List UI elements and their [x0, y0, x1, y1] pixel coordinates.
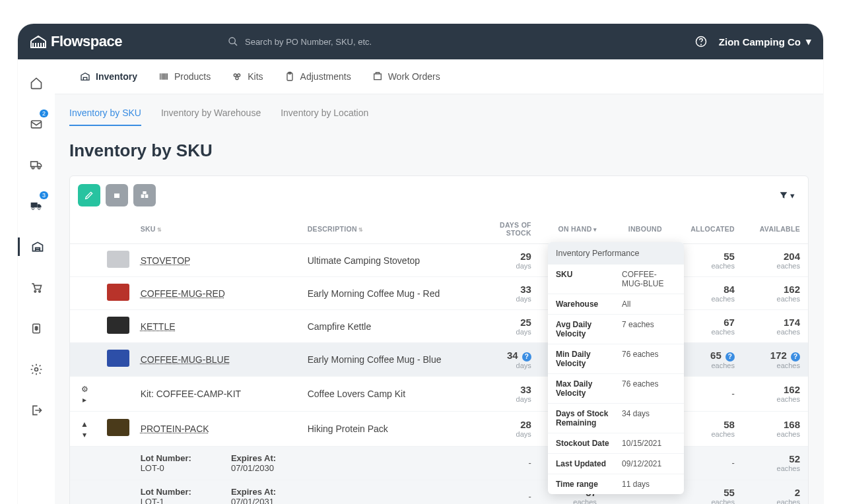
svg-point-9 — [32, 208, 34, 210]
description-cell: Coffee Lovers Camp Kit — [300, 376, 467, 411]
svg-point-3 — [700, 44, 701, 45]
popover-row: Days of Stock Remaining34 days — [548, 404, 684, 433]
logout-icon — [30, 404, 43, 417]
logo-icon — [30, 34, 47, 49]
nav-home[interactable] — [18, 74, 55, 92]
nav-cart[interactable] — [18, 278, 55, 297]
tab-inventory[interactable]: Inventory — [69, 59, 148, 94]
product-thumb — [107, 284, 129, 301]
warehouse-icon — [31, 240, 44, 253]
tab-by-warehouse[interactable]: Inventory by Warehouse — [161, 104, 261, 126]
svg-rect-22 — [114, 193, 119, 198]
svg-point-12 — [39, 291, 41, 293]
col-description[interactable]: DESCRIPTION⇅ — [300, 214, 467, 244]
svg-rect-5 — [31, 162, 38, 167]
sku-link[interactable]: STOVETOP — [141, 255, 191, 266]
tab-products[interactable]: Products — [148, 59, 221, 94]
col-inbound[interactable]: INBOUND — [605, 214, 670, 244]
col-allocated[interactable]: ALLOCATED — [670, 214, 743, 244]
view-compact-button[interactable] — [106, 184, 128, 206]
table-toolbar: ▾ — [70, 176, 808, 214]
nav-inventory[interactable] — [18, 237, 55, 256]
tab-by-sku[interactable]: Inventory by SKU — [69, 104, 141, 126]
sku-link[interactable]: KETTLE — [141, 321, 176, 332]
nav-outbound[interactable]: 3 — [18, 197, 55, 215]
lot-row: Lot Number:LOT-1Expires At:07/01/2031-57… — [70, 480, 808, 504]
col-days[interactable]: DAYS OF STOCK — [467, 214, 539, 244]
tab-adjustments[interactable]: Adjustments — [274, 59, 362, 94]
nav-mail[interactable]: 2 — [18, 115, 55, 133]
svg-point-16 — [234, 74, 237, 77]
company-switcher[interactable]: Zion Camping Co ▾ — [719, 36, 811, 47]
col-available[interactable]: AVAILABLE — [743, 214, 808, 244]
svg-rect-25 — [143, 191, 146, 194]
help-icon[interactable] — [695, 36, 707, 47]
svg-rect-21 — [374, 74, 381, 80]
svg-line-1 — [234, 43, 237, 46]
popover-title: Inventory Performance — [548, 242, 684, 265]
help-icon[interactable]: ? — [791, 352, 800, 362]
tab-work-orders[interactable]: Work Orders — [362, 59, 451, 94]
tab-kits[interactable]: Kits — [221, 59, 273, 94]
popover-row: Last Updated09/12/2021 — [548, 454, 684, 474]
clipboard-icon — [285, 71, 295, 82]
description-cell: Early Morning Coffee Mug - Blue — [300, 343, 467, 377]
svg-point-0 — [229, 38, 235, 44]
nav-settings[interactable] — [18, 360, 55, 379]
mail-icon — [30, 117, 43, 131]
table-row[interactable]: COFFEE-MUG-BLUEEarly Morning Coffee Mug … — [70, 343, 808, 377]
help-icon[interactable]: ? — [725, 352, 735, 362]
topbar: Flowspace Search by PO Number, SKU, etc.… — [18, 24, 823, 59]
pencil-icon — [84, 190, 94, 201]
table-row[interactable]: COFFEE-MUG-REDEarly Morning Coffee Mug -… — [70, 277, 808, 310]
sku-link[interactable]: COFFEE-MUG-RED — [141, 288, 225, 299]
tab-by-location[interactable]: Inventory by Location — [281, 104, 368, 126]
svg-rect-4 — [32, 121, 42, 128]
nav-shipping[interactable] — [18, 156, 55, 174]
logo[interactable]: Flowspace — [30, 33, 122, 50]
filter-button[interactable]: ▾ — [778, 190, 800, 201]
view-expanded-button[interactable] — [133, 184, 156, 206]
nav-logout[interactable] — [18, 401, 55, 420]
lot-expand-icon[interactable]: ▲ ▾ — [81, 420, 88, 439]
logo-text: Flowspace — [51, 33, 122, 50]
product-thumb — [107, 419, 129, 436]
kit-expand-icon[interactable]: ⚙ ▸ — [81, 385, 88, 404]
table-row[interactable]: STOVETOPUltimate Camping Stovetop29days5… — [70, 244, 808, 277]
svg-point-10 — [38, 208, 40, 210]
svg-point-18 — [236, 77, 238, 80]
table-row[interactable]: ⚙ ▸Kit: COFFEE-CAMP-KITCoffee Lovers Cam… — [70, 376, 808, 411]
svg-rect-23 — [141, 195, 145, 198]
inventory-performance-popover: Inventory Performance SKUCOFFEE-MUG-BLUE… — [548, 242, 684, 494]
chevron-down-icon: ▾ — [806, 36, 811, 47]
product-thumb — [107, 350, 129, 367]
search-placeholder: Search by PO Number, SKU, etc. — [245, 37, 372, 47]
work-order-icon — [372, 71, 383, 82]
sku-link[interactable]: COFFEE-MUG-BLUE — [141, 354, 230, 365]
svg-point-11 — [34, 291, 36, 293]
sku-link[interactable]: PROTEIN-PACK — [141, 424, 209, 434]
nav-billing[interactable]: $ — [18, 319, 55, 338]
main-content: Inventory Products Kits Adjustments Work… — [55, 59, 823, 504]
page-title: Inventory by SKU — [55, 126, 823, 175]
popover-row: Max Daily Velocity76 eaches — [548, 374, 684, 404]
edit-button[interactable] — [78, 184, 100, 206]
funnel-icon — [778, 190, 789, 201]
global-search[interactable]: Search by PO Number, SKU, etc. — [228, 36, 372, 47]
company-name: Zion Camping Co — [719, 36, 801, 47]
table-row[interactable]: ▲ ▾PROTEIN-PACKHiking Protein Pack28days… — [70, 411, 808, 446]
table-row[interactable]: KETTLECampfire Kettle25days67eaches174ea… — [70, 310, 808, 343]
help-icon[interactable]: ? — [522, 352, 531, 362]
truck-badge: 3 — [40, 191, 48, 199]
popover-row: Time range11 days — [548, 474, 684, 494]
col-on-hand[interactable]: ON HAND▾ — [539, 214, 605, 244]
svg-point-15 — [35, 368, 38, 371]
svg-point-17 — [238, 74, 240, 77]
svg-point-7 — [38, 167, 40, 169]
col-sku[interactable]: SKU⇅ — [133, 214, 300, 244]
popover-row: WarehouseAll — [548, 294, 684, 315]
box-icon — [112, 190, 122, 201]
boxes-icon — [139, 190, 150, 201]
gear-icon — [30, 363, 43, 376]
svg-rect-24 — [145, 195, 149, 198]
